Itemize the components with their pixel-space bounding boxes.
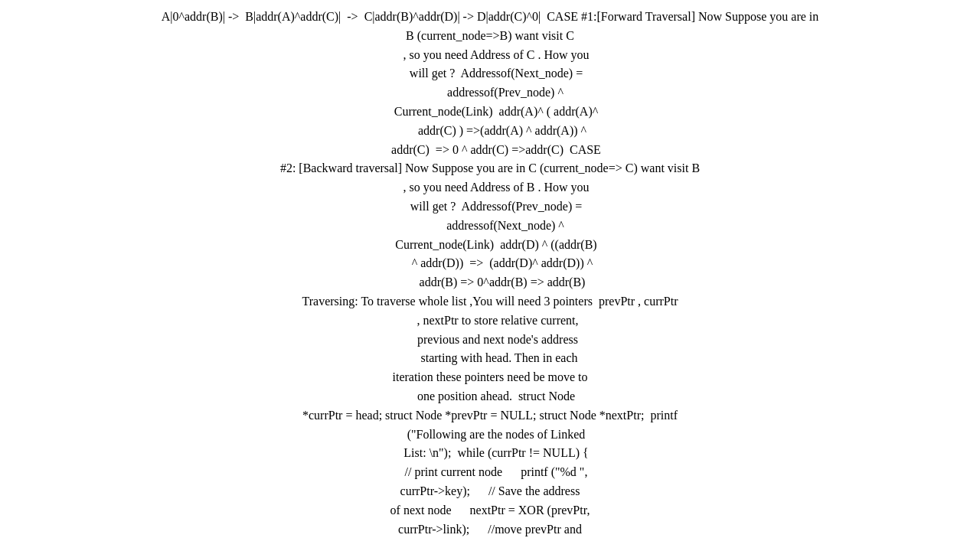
lecture-text: A|0^addr(B)| -> B|addr(A)^addr(C)| -> C|… — [161, 8, 819, 539]
main-content: A|0^addr(B)| -> B|addr(A)^addr(C)| -> C|… — [145, 0, 835, 546]
